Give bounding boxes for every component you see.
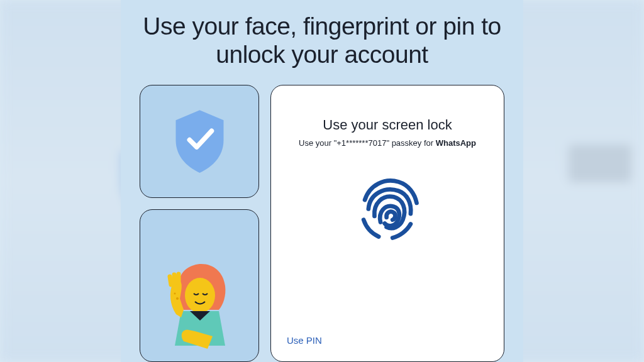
bg-block — [569, 145, 631, 182]
headline: Use your face, fingerprint or pin to unl… — [140, 13, 504, 69]
avatar-tile — [140, 209, 259, 362]
app-name: WhatsApp — [436, 138, 476, 148]
card-title: Use your screen lock — [323, 117, 452, 133]
svg-point-2 — [174, 293, 175, 295]
svg-point-1 — [176, 297, 179, 300]
avatar-illustration — [140, 210, 258, 361]
phone-masked: +1*******7017 — [336, 138, 386, 148]
subtitle-mid: " passkey for — [386, 138, 435, 148]
left-column — [140, 85, 259, 362]
card-subtitle: Use your "+1*******7017" passkey for Wha… — [299, 138, 476, 148]
content-grid: Use your screen lock Use your "+1*******… — [140, 85, 504, 362]
svg-point-0 — [185, 278, 215, 313]
use-pin-button[interactable]: Use PIN — [287, 335, 322, 349]
shield-tile — [140, 85, 259, 198]
subtitle-prefix: Use your " — [299, 138, 336, 148]
shield-check-icon — [170, 107, 230, 176]
promo-panel: Use your face, fingerprint or pin to unl… — [121, 0, 523, 362]
screen-lock-card: Use your screen lock Use your "+1*******… — [270, 85, 504, 362]
fingerprint-icon[interactable] — [352, 173, 424, 248]
